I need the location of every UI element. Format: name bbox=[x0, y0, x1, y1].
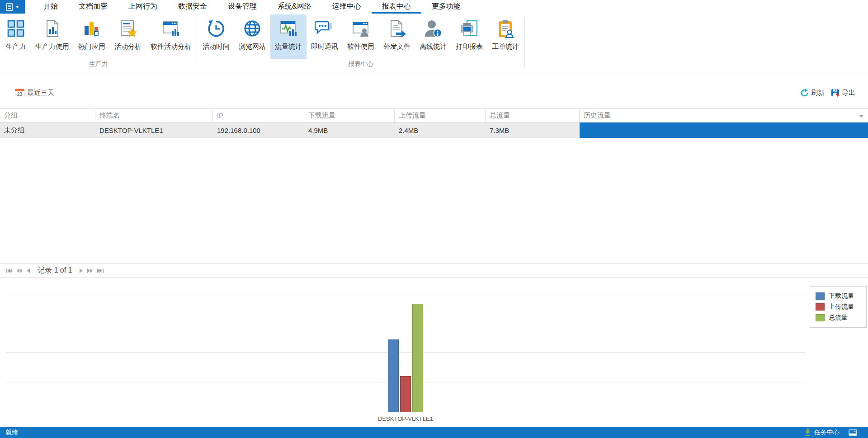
last-page-icon bbox=[97, 268, 104, 273]
doc-star-icon bbox=[118, 18, 138, 39]
tab-document-encryption[interactable]: 文档加密 bbox=[68, 0, 118, 14]
column-header-upload[interactable]: 上传流量 bbox=[395, 109, 486, 122]
main-panel: 23 最近三天 刷新 导出 分组 bbox=[0, 72, 868, 427]
grid-icon bbox=[5, 18, 26, 39]
cell-group: 未分组 bbox=[0, 122, 95, 138]
legend-swatch bbox=[816, 292, 825, 300]
legend-label: 总流量 bbox=[829, 314, 848, 322]
calendar-icon: 23 bbox=[15, 89, 24, 97]
chart-bar-2 bbox=[400, 376, 411, 412]
ribbon-button-outgoing-files[interactable]: 外发文件 bbox=[379, 14, 415, 59]
download-icon bbox=[804, 429, 811, 436]
legend-item: 上传流量 bbox=[810, 301, 866, 312]
tab-ops-center[interactable]: 运维中心 bbox=[322, 0, 372, 14]
traffic-stats-icon bbox=[278, 18, 299, 39]
column-header-group[interactable]: 分组 bbox=[0, 109, 95, 122]
printer-icon bbox=[459, 18, 480, 39]
legend-item: 总流量 bbox=[810, 312, 866, 323]
ribbon-separator bbox=[524, 17, 525, 67]
column-header-total[interactable]: 总流量 bbox=[486, 109, 580, 122]
task-center-button[interactable]: 任务中心 bbox=[804, 429, 840, 437]
export-button[interactable]: 导出 bbox=[831, 89, 855, 97]
tab-internet-behavior[interactable]: 上网行为 bbox=[118, 0, 168, 14]
legend-swatch bbox=[816, 314, 825, 321]
next-page-icon bbox=[80, 268, 83, 273]
user-info-icon bbox=[423, 18, 443, 39]
date-range-label: 最近三天 bbox=[27, 89, 54, 97]
cell-history-selected[interactable] bbox=[580, 122, 868, 138]
ribbon-button-work-order-stats[interactable]: 工单统计 bbox=[487, 14, 524, 59]
ribbon-group-productivity: 生产力 生产力使用 bbox=[0, 14, 197, 72]
column-header-history[interactable]: 历史流量 bbox=[580, 109, 868, 122]
first-page-icon bbox=[6, 268, 12, 273]
ribbon-button-software-usage[interactable]: 软件使用 bbox=[343, 14, 379, 59]
tab-system-network[interactable]: 系统&网络 bbox=[267, 0, 322, 14]
column-header-download[interactable]: 下载流量 bbox=[304, 109, 395, 122]
prev-page-button[interactable] bbox=[24, 267, 32, 275]
fast-next-icon bbox=[87, 268, 93, 273]
ribbon-button-productivity-usage[interactable]: 生产力使用 bbox=[31, 14, 74, 59]
chevron-down-icon bbox=[15, 6, 19, 8]
tab-device-management[interactable]: 设备管理 bbox=[217, 0, 267, 14]
chart-legend: 下载流量上传流量总流量 bbox=[810, 286, 867, 328]
next-page-button[interactable] bbox=[77, 267, 85, 275]
chart-category-label: DESKTOP-VLKTLE1 bbox=[5, 415, 806, 422]
fast-prev-page-button[interactable] bbox=[14, 267, 24, 275]
doc-arrow-icon bbox=[387, 18, 407, 39]
date-range-filter-button[interactable]: 23 最近三天 bbox=[15, 89, 54, 97]
table-header: 分组 终端名 IP 下载流量 上传流量 总流量 历史流量 bbox=[0, 108, 868, 122]
cell-upload: 2.4MB bbox=[395, 122, 486, 138]
tab-start[interactable]: 开始 bbox=[33, 0, 68, 14]
ribbon-button-browse-websites[interactable]: 浏览网站 bbox=[234, 14, 270, 59]
column-chooser-dropdown-icon[interactable] bbox=[859, 115, 863, 118]
pagination-bar: 记录 1 of 1 bbox=[0, 264, 868, 278]
refresh-button[interactable]: 刷新 bbox=[800, 89, 825, 97]
window-user-icon bbox=[350, 18, 371, 39]
pager-divider-bottom bbox=[0, 278, 868, 278]
ribbon-button-productivity[interactable]: 生产力 bbox=[1, 14, 31, 59]
ribbon-button-activity-time[interactable]: 活动时间 bbox=[198, 14, 234, 59]
ribbon-button-activity-analysis[interactable]: 活动分析 bbox=[110, 14, 146, 59]
record-count-label: 记录 1 of 1 bbox=[38, 266, 72, 275]
ribbon-button-traffic-stats[interactable]: 流量统计 bbox=[270, 14, 307, 59]
tab-data-security[interactable]: 数据安全 bbox=[168, 0, 217, 14]
window-chart-icon bbox=[160, 18, 181, 39]
ribbon-button-print-report[interactable]: 打印报表 bbox=[451, 14, 487, 59]
doc-chart-icon bbox=[42, 18, 63, 39]
ribbon: 生产力 生产力使用 bbox=[0, 14, 868, 72]
menu-bar: 开始 文档加密 上网行为 数据安全 设备管理 系统&网络 运维中心 报表中心 更… bbox=[0, 0, 868, 14]
chart-bar-group bbox=[388, 293, 423, 412]
first-page-button[interactable] bbox=[4, 267, 14, 275]
tab-more-features[interactable]: 更多功能 bbox=[421, 0, 471, 14]
cell-total: 7.3MB bbox=[486, 122, 580, 138]
table-row[interactable]: 未分组 DESKTOP-VLKTLE1 192.168.0.100 4.9MB … bbox=[0, 122, 868, 138]
ribbon-button-software-activity-analysis[interactable]: 软件活动分析 bbox=[146, 14, 196, 59]
cell-terminal: DESKTOP-VLKTLE1 bbox=[95, 122, 213, 138]
ribbon-button-instant-messaging[interactable]: 即时通讯 bbox=[307, 14, 343, 59]
ribbon-button-offline-stats[interactable]: 离线统计 bbox=[415, 14, 451, 59]
notification-window-icon[interactable] bbox=[849, 429, 857, 436]
chat-icon bbox=[314, 18, 335, 39]
refresh-icon bbox=[800, 89, 809, 97]
chart-plot bbox=[5, 293, 806, 412]
legend-swatch bbox=[816, 303, 825, 311]
fast-next-page-button[interactable] bbox=[85, 267, 95, 275]
column-header-terminal[interactable]: 终端名 bbox=[95, 109, 213, 122]
tab-report-center[interactable]: 报表中心 bbox=[372, 0, 421, 14]
app-menu-icon bbox=[6, 3, 14, 11]
clipboard-user-icon bbox=[495, 18, 516, 39]
last-page-button[interactable] bbox=[95, 267, 106, 275]
ribbon-button-top-apps[interactable]: 热门应用 bbox=[74, 14, 110, 59]
history-clock-icon bbox=[206, 18, 226, 39]
column-header-ip[interactable]: IP bbox=[213, 109, 304, 122]
status-ready-label: 就绪 bbox=[5, 429, 18, 437]
globe-icon bbox=[242, 18, 263, 39]
cell-ip: 192.168.0.100 bbox=[213, 122, 304, 138]
prev-page-icon bbox=[27, 268, 30, 273]
legend-label: 上传流量 bbox=[829, 303, 854, 311]
app-menu-button[interactable] bbox=[0, 0, 25, 14]
filter-toolbar: 23 最近三天 刷新 导出 bbox=[0, 85, 868, 100]
chart-bar-1 bbox=[388, 339, 399, 412]
ribbon-group-label-productivity: 生产力 bbox=[0, 59, 197, 71]
status-bar: 就绪 任务中心 bbox=[0, 427, 868, 438]
